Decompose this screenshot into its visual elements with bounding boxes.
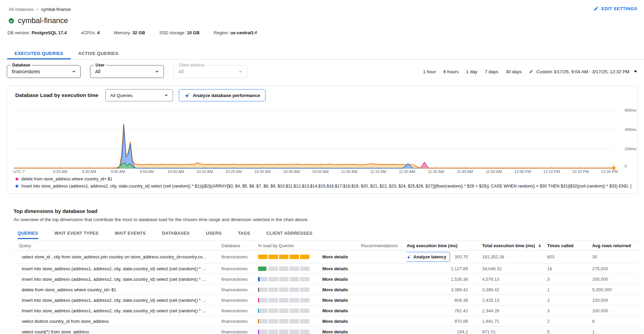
more-details-link[interactable]: More details [322,298,348,303]
avg-execution-time-value: 3,389.42 [451,287,468,292]
dim-tab-queries[interactable]: QUERIES [18,229,38,239]
svg-text:11:40 AM: 11:40 AM [457,170,473,174]
table-header-row: Query Database % load by Queries Recomme… [13,241,638,251]
meta-item: Memory:32 GB [114,30,145,35]
page-title: cymbal-finance [18,16,68,25]
avg-execution-time-value: 781.42 [454,308,468,313]
svg-text:11:50 AM: 11:50 AM [486,170,502,174]
svg-text:12:00 PM: 12:00 PM [514,170,531,174]
meta-item: vCPUs:4 [81,30,100,35]
load-bar [258,330,309,334]
database-cell: financestores [221,254,258,259]
gemini-spark-icon [184,93,190,98]
time-preset-1-day[interactable]: 1 day [466,69,477,74]
top-dimensions-subtitle: An overview of the top dimensions that c… [14,217,644,222]
analyze-latency-button[interactable]: Analyze latency [407,252,450,262]
svg-text:9:20 AM: 9:20 AM [53,170,67,174]
load-cell [258,255,321,259]
table-row: Insert into store_address (address1, add… [13,263,638,274]
instance-header: cymbal-finance [8,16,644,25]
avg-execution-time-value: 970.86 [454,319,468,324]
times-called-value: 603 [547,254,592,259]
table-row: select store_id , city from store_addres… [13,251,638,263]
more-details-link[interactable]: More details [322,277,348,282]
sort-descending-icon [537,243,542,248]
more-details-link[interactable]: More details [322,319,348,324]
load-bar [258,277,309,281]
breadcrumb-chevron-icon: › [37,7,38,12]
avg-rows-returned-value: 6 [592,319,638,324]
svg-text:9:30 AM: 9:30 AM [82,170,96,174]
legend-color-dot [16,185,18,188]
client-address-filter-label: Client address [177,63,207,67]
tab-executed-queries[interactable]: EXECUTED QUERIES [7,48,71,59]
avg-execution-time-value: 808.38 [454,298,468,303]
col-total-execution-time[interactable]: Total execution time (ms) [474,243,547,248]
more-details-link[interactable]: More details [322,254,348,259]
load-bar [258,309,309,313]
avg-rows-returned-value: 100,000 [592,298,638,303]
more-details-link[interactable]: More details [322,308,348,313]
custom-time-range[interactable]: ✓ Custom 3/17/25, 9:04 AM - 3/17/25, 12:… [529,68,637,75]
edit-settings-button[interactable]: EDIT SETTINGS [594,6,637,11]
col-avg-rows-returned[interactable]: Avg rows returned [592,243,638,248]
query-dimension-select[interactable]: All Queries [105,89,173,101]
query-cell: Insert into store_address (address1, add… [13,308,221,313]
breadcrumb-all-instances[interactable]: All instances [9,7,34,12]
svg-text:12:10 PM: 12:10 PM [543,170,560,174]
meta-item: Region:us-central1-f [214,30,257,35]
avg-rows-returned-value: 275,000 [592,266,638,271]
top-dimensions-title: Top dimensions by database load [14,208,644,214]
total-execution-time-value: 1,941.71 [474,319,547,324]
user-filter-select[interactable]: User All [90,65,164,78]
col-avg-execution-time[interactable]: Avg execution time (ms) [407,243,474,248]
total-execution-time-value: 34,046.32 [474,266,547,271]
table-row: select distinct country_id from store_ad… [13,316,638,327]
query-cell: Insert into store_address (address1, add… [13,266,221,271]
times-called-value: 2 [547,319,592,324]
total-execution-time-value: 2,425.13 [474,298,547,303]
query-cell: select store_id , city from store_addres… [13,254,221,259]
time-preset-6-hours[interactable]: 6 hours [444,69,459,74]
main-tabs: EXECUTED QUERIES ACTIVE QUERIES [0,48,644,60]
col-times-called[interactable]: Times called [547,243,592,248]
chevron-down-icon [72,71,76,73]
user-filter-label: User [94,63,106,67]
dim-tab-client-addresses[interactable]: CLIENT ADDRESSES [266,229,313,239]
total-execution-time-value: 4,579.13 [474,277,547,282]
time-range-presets: 1 hour6 hours1 day7 days30 days [423,69,521,74]
load-bar [258,267,309,271]
database-filter-select[interactable]: Database financestores [7,65,81,78]
load-bar [258,255,309,259]
database-cell: financestores [221,277,258,282]
chevron-down-icon [155,71,159,73]
dim-tab-wait-event-types[interactable]: WAIT EVENT TYPES [55,229,99,239]
avg-rows-returned-value: 100,000 [592,308,638,313]
tab-active-queries[interactable]: ACTIVE QUERIES [71,48,126,59]
chart-card-header: Database Load by execution time All Quer… [7,86,638,104]
dim-tab-users[interactable]: USERS [206,229,221,239]
time-preset-1-hour[interactable]: 1 hour [423,69,436,74]
svg-text:10:00 AM: 10:00 AM [168,170,184,174]
legend-item: Insert into store_address (address1, add… [16,182,632,190]
svg-text:11:20 AM: 11:20 AM [399,170,415,174]
dim-tab-tags[interactable]: TAGS [238,229,250,239]
avg-execution-time-value: 300.75 [454,254,468,259]
more-details-link[interactable]: More details [322,329,348,334]
time-preset-30-days[interactable]: 30 days [506,69,521,74]
times-called-value: 1 [547,287,592,292]
filters-row: Database financestores User All Client a… [7,65,637,78]
analyze-database-performance-button[interactable]: Analyze database performance [179,89,266,101]
dim-tab-databases[interactable]: DATABASES [162,229,190,239]
table-row: Insert into store_address (address1, add… [13,306,638,316]
col-recommendations: Recommendations [361,243,407,248]
database-load-chart[interactable]: 9:20 AM9:30 AM9:40 AM9:50 AM10:00 AM10:1… [7,104,638,175]
avg-execution-time-value: 1,526.38 [451,277,468,282]
more-details-link[interactable]: More details [322,266,348,271]
more-details-link[interactable]: More details [322,287,348,292]
database-cell: financestores [221,298,258,303]
load-cell [258,309,321,313]
time-preset-7-days[interactable]: 7 days [485,69,498,74]
load-cell [258,319,321,323]
dim-tab-wait-events[interactable]: WAIT EVENTS [115,229,146,239]
